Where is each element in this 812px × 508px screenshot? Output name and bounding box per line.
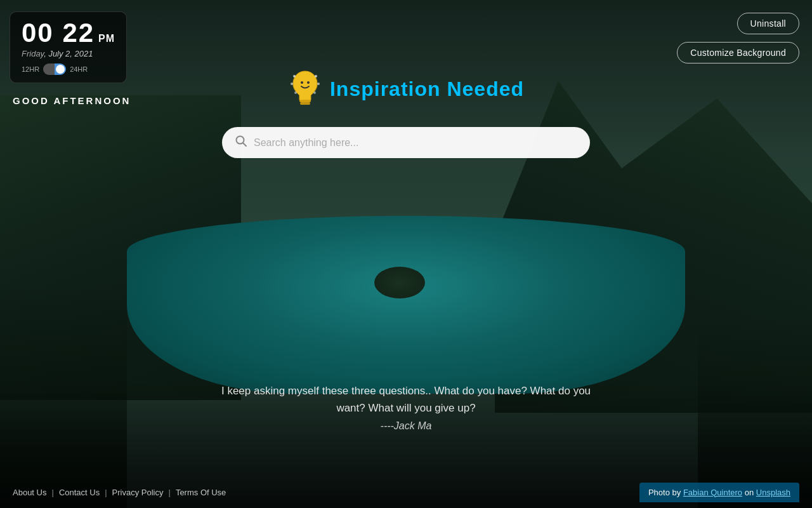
clock-widget: 00 22 PM Friday, July 2, 2021 12HR 24HR (10, 11, 127, 83)
logo-area: Inspiration Needed (288, 70, 524, 108)
logo-icon (288, 70, 322, 108)
footer-sep-3: | (169, 488, 171, 497)
clock-date-day: Friday (22, 49, 44, 58)
quote-text: I keep asking myself these three questio… (209, 382, 603, 417)
clock-hours: 00 (22, 18, 54, 48)
svg-point-3 (301, 81, 303, 84)
search-bar (222, 127, 590, 158)
svg-rect-2 (300, 102, 310, 105)
svg-line-12 (244, 144, 247, 147)
photo-credit: Photo by Fabian Quintero on Unsplash (639, 483, 799, 502)
quote-area: I keep asking myself these three questio… (209, 382, 603, 432)
format-12hr-label: 12HR (22, 65, 39, 73)
uninstall-button[interactable]: Uninstall (737, 13, 799, 34)
customize-background-button[interactable]: Customize Background (677, 42, 799, 64)
svg-point-5 (293, 75, 296, 77)
toggle-thumb (56, 65, 65, 74)
footer-link-contact-us[interactable]: Contact Us (59, 488, 100, 497)
search-icon (235, 135, 247, 150)
svg-point-11 (237, 137, 244, 144)
svg-point-7 (291, 83, 293, 85)
clock-date: Friday, July 2, 2021 (22, 49, 115, 58)
footer-link-terms-of-use[interactable]: Terms Of Use (176, 488, 226, 497)
greeting-text: GOOD AFTERNOON (13, 95, 131, 106)
clock-format-toggle[interactable] (43, 64, 66, 75)
footer-links: About Us | Contact Us | Privacy Policy |… (13, 488, 226, 497)
footer: About Us | Contact Us | Privacy Policy |… (0, 476, 812, 508)
search-input[interactable] (254, 137, 577, 149)
clock-minutes: 22 (62, 18, 95, 48)
top-right-buttons: Uninstall Customize Background (677, 13, 799, 64)
clock-hours-minutes: 00 22 (22, 20, 95, 46)
clock-ampm: PM (98, 33, 115, 44)
footer-sep-2: | (105, 488, 107, 497)
svg-point-8 (317, 83, 320, 85)
photo-credit-source-link[interactable]: Unsplash (756, 488, 790, 497)
footer-link-about-us[interactable]: About Us (13, 488, 46, 497)
photo-credit-prefix: Photo by (648, 488, 683, 497)
photo-credit-author-link[interactable]: Fabian Quintero (683, 488, 742, 497)
quote-author: ----Jack Ma (209, 420, 603, 432)
footer-sep-1: | (51, 488, 53, 497)
footer-link-privacy-policy[interactable]: Privacy Policy (112, 488, 164, 497)
clock-date-rest: , July 2, 2021 (44, 49, 93, 58)
svg-point-4 (307, 81, 310, 84)
svg-point-10 (313, 91, 316, 94)
logo-text: Inspiration Needed (330, 77, 524, 101)
photo-credit-middle: on (742, 488, 756, 497)
search-container (222, 127, 590, 158)
svg-point-6 (315, 75, 317, 77)
format-24hr-label: 24HR (70, 65, 88, 73)
svg-rect-1 (299, 100, 311, 102)
svg-point-9 (294, 91, 297, 94)
